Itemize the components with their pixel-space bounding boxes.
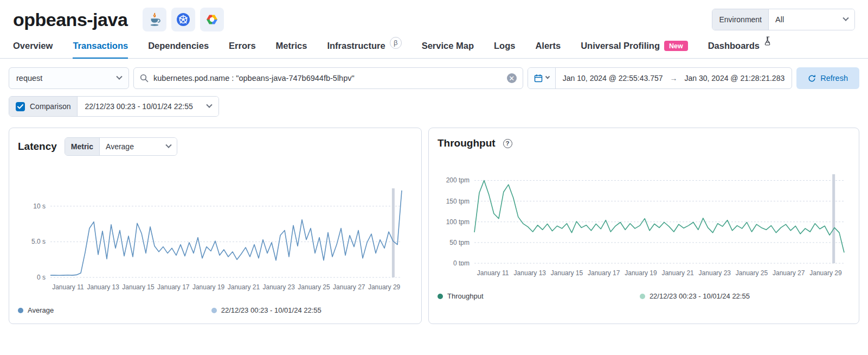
date-quick-select-button[interactable]: [528, 68, 556, 88]
x-tick-label: January 29: [809, 269, 841, 277]
comparison-checkbox[interactable]: [16, 102, 25, 111]
x-tick-label: January 11: [52, 283, 83, 291]
x-tick-label: January 23: [699, 269, 731, 277]
tab-metrics[interactable]: Metrics: [276, 34, 307, 58]
throughput-legend: Throughput 22/12/23 00:23 - 10/01/24 22:…: [438, 292, 850, 300]
svg-text:0 tpm: 0 tpm: [453, 259, 470, 265]
x-tick-label: January 25: [736, 269, 768, 277]
legend-dot: [640, 294, 645, 299]
charts-area: Latency Metric Average 0 s5.0 s10 s Janu…: [0, 117, 868, 324]
legend-dot: [18, 308, 23, 313]
search-icon: [140, 74, 149, 83]
svg-text:5.0 s: 5.0 s: [31, 238, 46, 245]
comparison-control: Comparison 22/12/23 00:23 - 10/01/24 22:…: [9, 96, 219, 117]
throughput-panel: Throughput ? 0 tpm50 tpm100 tpm150 tpm20…: [428, 128, 859, 324]
environment-control: Environment All: [712, 9, 855, 30]
tab-dashboards[interactable]: Dashboards: [708, 34, 772, 58]
legend-label: 22/12/23 00:23 - 10/01/24 22:55: [221, 306, 322, 314]
latency-metric-control: Metric Average: [65, 137, 177, 156]
transaction-type-value: request: [16, 74, 42, 83]
tab-label: Dashboards: [708, 41, 760, 51]
legend-item-comparison[interactable]: 22/12/23 00:23 - 10/01/24 22:55: [211, 306, 405, 314]
clear-search-button[interactable]: ✕: [507, 73, 517, 83]
tab-errors[interactable]: Errors: [229, 34, 256, 58]
svg-text:0 s: 0 s: [37, 274, 46, 280]
throughput-chart[interactable]: 0 tpm50 tpm100 tpm150 tpm200 tpm January…: [441, 169, 850, 278]
x-tick-label: January 13: [514, 269, 546, 277]
legend-item-average[interactable]: Average: [18, 306, 211, 314]
x-tick-label: January 17: [588, 269, 620, 277]
transaction-type-select[interactable]: request: [9, 67, 129, 89]
date-picker: Jan 10, 2024 @ 22:55:43.757 → Jan 30, 20…: [528, 67, 792, 89]
date-end[interactable]: Jan 30, 2024 @ 21:28:21.283: [678, 74, 792, 83]
environment-label: Environment: [712, 9, 769, 30]
x-tick-label: January 19: [625, 269, 657, 277]
legend-label: 22/12/23 00:23 - 10/01/24 22:55: [650, 292, 750, 300]
beta-badge: β: [390, 37, 402, 49]
legend-label: Average: [28, 306, 54, 314]
latency-chart[interactable]: 0 s5.0 s10 s January 11January 13January…: [25, 183, 413, 292]
svg-text:10 s: 10 s: [33, 202, 46, 210]
new-badge: New: [664, 41, 688, 51]
tab-label: Infrastructure: [327, 41, 385, 51]
latency-panel: Latency Metric Average 0 s5.0 s10 s Janu…: [9, 128, 422, 324]
tech-icon-badges: [143, 8, 224, 31]
legend-item-comparison[interactable]: 22/12/23 00:23 - 10/01/24 22:55: [640, 292, 842, 300]
x-tick-label: January 15: [122, 283, 154, 291]
gcp-icon: [200, 8, 224, 31]
kubernetes-icon: [171, 8, 195, 31]
chevron-down-icon: [206, 102, 212, 108]
metric-select[interactable]: Average: [100, 138, 177, 155]
tab-overview[interactable]: Overview: [13, 34, 53, 58]
tab-alerts[interactable]: Alerts: [535, 34, 561, 58]
comparison-toggle[interactable]: Comparison: [9, 97, 78, 116]
search-bar[interactable]: kubernetes.pod.name : "opbeans-java-747b…: [133, 67, 523, 89]
tab-logs[interactable]: Logs: [494, 34, 515, 58]
tab-dependencies[interactable]: Dependencies: [148, 34, 209, 58]
svg-text:200 tpm: 200 tpm: [446, 176, 470, 184]
legend-item-throughput[interactable]: Throughput: [438, 292, 640, 300]
svg-text:150 tpm: 150 tpm: [446, 198, 470, 205]
page-header: opbeans-java: [0, 0, 868, 34]
svg-text:50 tpm: 50 tpm: [449, 239, 470, 246]
chevron-down-icon: [165, 142, 171, 148]
page-title: opbeans-java: [13, 9, 127, 30]
tab-service-map[interactable]: Service Map: [422, 34, 474, 58]
x-tick-label: January 27: [773, 269, 805, 277]
tab-infrastructure[interactable]: Infrastructure β: [327, 34, 401, 58]
chevron-down-icon: [843, 15, 848, 21]
calendar-icon: [534, 74, 543, 83]
chevron-down-icon: [116, 74, 122, 80]
tab-label: Universal Profiling: [581, 41, 660, 51]
help-icon[interactable]: ?: [503, 139, 512, 148]
x-tick-label: January 21: [661, 269, 693, 277]
metric-label: Metric: [65, 138, 100, 155]
refresh-label: Refresh: [820, 74, 848, 83]
comparison-row: Comparison 22/12/23 00:23 - 10/01/24 22:…: [0, 89, 868, 117]
legend-dot: [438, 294, 443, 299]
search-query-text[interactable]: kubernetes.pod.name : "opbeans-java-747b…: [153, 74, 355, 83]
beaker-icon: [764, 36, 772, 48]
date-start[interactable]: Jan 10, 2024 @ 22:55:43.757: [556, 74, 670, 83]
x-tick-label: January 27: [333, 283, 365, 291]
comparison-range-select[interactable]: 22/12/23 00:23 - 10/01/24 22:55: [78, 97, 218, 116]
comparison-range-value: 22/12/23 00:23 - 10/01/24 22:55: [85, 102, 192, 111]
arrow-right-icon: →: [670, 74, 678, 83]
refresh-button[interactable]: Refresh: [796, 67, 859, 89]
tab-universal-profiling[interactable]: Universal Profiling New: [581, 34, 688, 58]
filter-bar: request kubernetes.pod.name : "opbeans-j…: [0, 59, 868, 89]
legend-label: Throughput: [447, 292, 484, 300]
legend-dot: [211, 308, 217, 313]
environment-select[interactable]: All: [769, 9, 854, 30]
tab-transactions[interactable]: Transactions: [73, 34, 128, 58]
comparison-label: Comparison: [30, 102, 70, 111]
x-tick-label: January 29: [368, 283, 400, 291]
metric-value: Average: [106, 142, 134, 151]
x-tick-label: January 11: [477, 269, 509, 277]
x-tick-label: January 17: [157, 283, 189, 291]
tab-bar: Overview Transactions Dependencies Error…: [0, 34, 868, 59]
x-tick-label: January 25: [298, 283, 330, 291]
chevron-down-icon: [545, 74, 550, 79]
x-tick-label: January 21: [228, 283, 260, 291]
x-tick-label: January 23: [263, 283, 295, 291]
